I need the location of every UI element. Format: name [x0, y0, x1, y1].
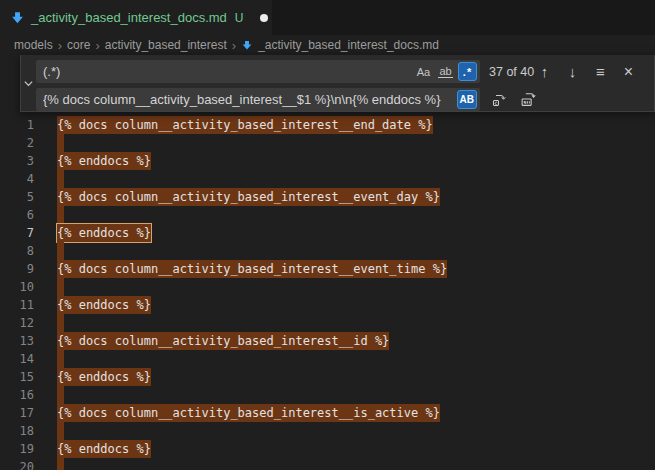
editor-line[interactable]: 7{% enddocs %} — [0, 224, 655, 242]
breadcrumb-item-models[interactable]: models — [14, 38, 53, 52]
find-input[interactable]: (.*) Aa ab .* — [36, 60, 480, 83]
editor-line[interactable]: 9{% docs column__activity_based_interest… — [0, 260, 655, 278]
whole-word-toggle[interactable]: ab — [436, 62, 455, 81]
editor-line[interactable]: 13{% docs column__activity_based_interes… — [0, 332, 655, 350]
current-find-match: {% enddocs %} — [57, 224, 151, 242]
line-number: 12 — [0, 314, 57, 332]
replace-input[interactable]: {% docs column__activity_based_interest_… — [36, 88, 480, 111]
empty-line-match — [57, 422, 64, 440]
find-replace-widget: (.*) Aa ab .* 37 of 40 ↑ ↓ ≡ × {% docs c… — [20, 55, 655, 112]
find-match: {% docs column__activity_based_interest_… — [57, 188, 440, 206]
breadcrumb-file-label: _activity_based_interest_docs.md — [258, 38, 439, 52]
find-in-selection-button[interactable]: ≡ — [592, 63, 609, 80]
line-number: 18 — [0, 422, 57, 440]
regex-toggle[interactable]: .* — [458, 62, 477, 81]
line-number: 3 — [0, 152, 57, 170]
find-match: {% docs column__activity_based_interest_… — [57, 404, 440, 422]
line-number: 5 — [0, 188, 57, 206]
line-number: 1 — [0, 116, 57, 134]
breadcrumb: models › core › activity_based_interest … — [0, 35, 655, 55]
line-number: 13 — [0, 332, 57, 350]
breadcrumb-item-file[interactable]: _activity_based_interest_docs.md — [241, 38, 439, 52]
line-number: 2 — [0, 134, 57, 152]
editor[interactable]: 1{% docs column__activity_based_interest… — [0, 55, 655, 470]
editor-line[interactable]: 12 — [0, 314, 655, 332]
empty-line-match — [57, 350, 64, 368]
markdown-file-icon — [241, 39, 253, 51]
editor-line[interactable]: 17{% docs column__activity_based_interes… — [0, 404, 655, 422]
editor-lines: 1{% docs column__activity_based_interest… — [0, 55, 655, 470]
empty-line-match — [57, 134, 64, 152]
editor-line[interactable]: 2 — [0, 134, 655, 152]
find-input-value: (.*) — [43, 64, 410, 79]
find-match: {% docs column__activity_based_interest_… — [57, 116, 433, 134]
breadcrumb-item-core[interactable]: core — [67, 38, 90, 52]
breadcrumb-separator: › — [232, 38, 236, 53]
editor-line[interactable]: 3{% enddocs %} — [0, 152, 655, 170]
editor-line[interactable]: 4 — [0, 170, 655, 188]
line-number: 15 — [0, 368, 57, 386]
editor-line[interactable]: 8 — [0, 242, 655, 260]
editor-line[interactable]: 1{% docs column__activity_based_interest… — [0, 116, 655, 134]
editor-line[interactable]: 6 — [0, 206, 655, 224]
editor-line[interactable]: 11{% enddocs %} — [0, 296, 655, 314]
line-number: 6 — [0, 206, 57, 224]
line-number: 4 — [0, 170, 57, 188]
line-number: 11 — [0, 296, 57, 314]
line-number: 9 — [0, 260, 57, 278]
find-match: {% enddocs %} — [57, 152, 151, 170]
markdown-file-icon — [10, 10, 25, 25]
replace-button[interactable] — [490, 91, 507, 108]
match-count: 37 of 40 — [489, 65, 534, 79]
editor-line[interactable]: 19{% enddocs %} — [0, 440, 655, 458]
line-number: 20 — [0, 458, 57, 470]
find-match: {% enddocs %} — [57, 440, 151, 458]
find-match: {% enddocs %} — [57, 368, 151, 386]
line-number: 7 — [0, 224, 57, 242]
editor-line[interactable]: 10 — [0, 278, 655, 296]
empty-line-match — [57, 170, 64, 188]
line-number: 8 — [0, 242, 57, 260]
whole-word-label: ab — [438, 65, 452, 78]
editor-line[interactable]: 16 — [0, 386, 655, 404]
empty-line-match — [57, 242, 64, 260]
match-case-toggle[interactable]: Aa — [414, 62, 433, 81]
empty-line-match — [57, 386, 64, 404]
empty-line-match — [57, 314, 64, 332]
replace-all-button[interactable] — [520, 91, 537, 108]
preserve-case-toggle[interactable]: AB — [457, 90, 477, 109]
previous-match-button[interactable]: ↑ — [536, 63, 553, 80]
toggle-replace-chevron[interactable] — [21, 55, 36, 111]
line-number: 14 — [0, 350, 57, 368]
editor-line[interactable]: 5{% docs column__activity_based_interest… — [0, 188, 655, 206]
empty-line-match — [57, 458, 64, 470]
git-status-badge: U — [235, 11, 244, 25]
breadcrumb-separator: › — [95, 38, 99, 53]
find-match: {% docs column__activity_based_interest_… — [57, 332, 389, 350]
replace-input-value: {% docs column__activity_based_interest_… — [43, 92, 453, 107]
next-match-button[interactable]: ↓ — [564, 63, 581, 80]
tab-filename: _activity_based_interest_docs.md — [31, 10, 227, 25]
line-number: 16 — [0, 386, 57, 404]
editor-line[interactable]: 14 — [0, 350, 655, 368]
line-number: 19 — [0, 440, 57, 458]
editor-line[interactable]: 15{% enddocs %} — [0, 368, 655, 386]
modified-dot[interactable] — [260, 14, 268, 22]
find-match: {% enddocs %} — [57, 296, 151, 314]
tab-bar: _activity_based_interest_docs.md U — [0, 0, 655, 35]
empty-line-match — [57, 206, 64, 224]
empty-line-match — [57, 278, 64, 296]
editor-line[interactable]: 18 — [0, 422, 655, 440]
editor-line[interactable]: 20 — [0, 458, 655, 470]
tab-active-file[interactable]: _activity_based_interest_docs.md U — [0, 0, 272, 35]
close-find-widget-button[interactable]: × — [620, 63, 637, 80]
chevron-down-icon — [23, 78, 34, 89]
line-number: 10 — [0, 278, 57, 296]
find-match: {% docs column__activity_based_interest_… — [57, 260, 447, 278]
breadcrumb-separator: › — [58, 38, 62, 53]
breadcrumb-item-activity-based-interest[interactable]: activity_based_interest — [105, 38, 227, 52]
line-number: 17 — [0, 404, 57, 422]
